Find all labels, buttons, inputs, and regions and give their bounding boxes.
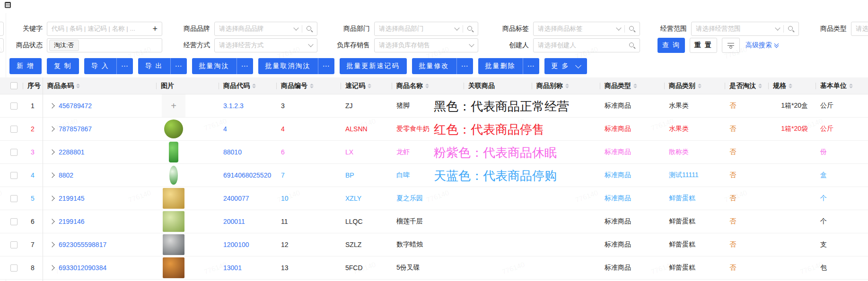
column-header-11[interactable]: 商品类别 — [664, 77, 725, 94]
column-header-7[interactable]: 商品名称 — [392, 77, 464, 94]
product-code-link[interactable]: 3.1.2.3 — [223, 102, 244, 110]
product-type-select[interactable]: 请选择商品类型 — [851, 22, 868, 36]
toolbar-button-4[interactable]: 批量淘汰⋯ — [192, 58, 253, 74]
product-photo-green-cake[interactable] — [162, 211, 185, 232]
more-dots-icon[interactable]: ⋯ — [523, 58, 539, 74]
product-photo-green-can-drink[interactable] — [162, 141, 185, 163]
plus-icon[interactable]: + — [152, 25, 158, 33]
status-input[interactable]: 淘汰:否 — [47, 38, 162, 52]
toolbar-button-6[interactable]: 批量更新速记码 — [340, 58, 407, 74]
barcode-link[interactable]: 2288801 — [59, 148, 85, 156]
search-icon[interactable] — [467, 26, 473, 32]
column-header-14[interactable]: 基本单位 — [815, 77, 868, 94]
product-code-link[interactable]: 2400077 — [223, 195, 249, 202]
product-photo-kiwi-fruit[interactable] — [162, 118, 185, 140]
barcode-link[interactable]: 456789472 — [59, 102, 92, 110]
column-header-10[interactable]: 商品类型 — [600, 77, 664, 94]
expand-chevron-icon[interactable] — [49, 149, 54, 154]
search-icon[interactable] — [629, 26, 635, 32]
row-checkbox[interactable] — [10, 241, 18, 248]
row-checkbox[interactable] — [10, 149, 18, 156]
more-dots-icon[interactable]: ⋯ — [318, 58, 334, 74]
row-checkbox[interactable] — [10, 172, 18, 179]
barcode-link[interactable]: 2199145 — [59, 195, 85, 202]
keyword-input[interactable]: 代码 | 条码 | 速记码 | 名称 | ... + — [47, 22, 162, 36]
sort-icon[interactable] — [368, 84, 371, 88]
toolbar-button-8[interactable]: 批量删除⋯ — [478, 58, 539, 74]
app-menu-icon[interactable] — [5, 2, 11, 8]
product-photo-green-bottle-beer[interactable] — [162, 164, 185, 186]
status-tag[interactable]: 淘汰:否 — [49, 40, 79, 51]
sort-icon[interactable] — [252, 84, 256, 88]
toolbar-button-9[interactable]: 更 多 — [544, 58, 587, 74]
product-code-link[interactable]: 6914068025520 — [223, 171, 271, 179]
search-icon[interactable] — [306, 26, 313, 32]
chevron-down-icon[interactable] — [775, 25, 780, 30]
column-header-8[interactable]: 关联商品 — [464, 77, 532, 94]
more-dots-icon[interactable]: ⋯ — [237, 58, 253, 74]
negative-stock-select[interactable]: 请选择负库存销售 — [374, 38, 478, 52]
expand-chevron-icon[interactable] — [49, 103, 54, 108]
toolbar-button-0[interactable]: 新 增 — [9, 58, 42, 74]
barcode-link[interactable]: 2199146 — [59, 218, 85, 225]
brand-select[interactable]: 请选择商品品牌 — [214, 22, 317, 36]
column-header-2[interactable]: 商品条码 — [43, 77, 156, 94]
sort-icon[interactable] — [310, 84, 314, 88]
sort-icon[interactable] — [849, 84, 853, 88]
column-header-5[interactable]: 商品编号 — [276, 77, 341, 94]
sort-icon[interactable] — [565, 84, 569, 88]
product-code-link[interactable]: 88010 — [223, 148, 242, 156]
select-all-checkbox[interactable] — [10, 82, 18, 89]
column-header-6[interactable]: 速记码 — [341, 77, 392, 94]
expand-chevron-icon[interactable] — [49, 242, 54, 247]
toolbar-button-2[interactable]: 导 入⋯ — [84, 58, 133, 74]
column-header-4[interactable]: 商品代码 — [219, 77, 276, 94]
product-photo-fork-dish-set[interactable] — [162, 257, 185, 279]
expand-chevron-icon[interactable] — [49, 172, 54, 178]
scope-select[interactable]: 请选择经营范围 — [691, 22, 799, 36]
method-select[interactable]: 请选择经营方式 — [214, 38, 317, 52]
department-select[interactable]: 请选择商品部门 — [374, 22, 478, 36]
more-dots-icon[interactable]: ⋯ — [171, 58, 187, 74]
toolbar-button-5[interactable]: 批量取消淘汰⋯ — [258, 58, 334, 74]
column-header-1[interactable]: 序号 — [23, 77, 43, 94]
sort-icon[interactable] — [425, 84, 429, 88]
product-code-link[interactable]: 4 — [223, 125, 227, 133]
search-icon[interactable] — [788, 26, 794, 32]
expand-chevron-icon[interactable] — [49, 196, 54, 201]
toolbar-button-7[interactable]: 批量修改⋯ — [412, 58, 473, 74]
column-header-9[interactable]: 商品别称 — [532, 77, 600, 94]
sort-icon[interactable] — [633, 84, 637, 88]
search-icon[interactable] — [629, 42, 635, 49]
column-header-12[interactable]: 是否淘汰 — [725, 77, 768, 94]
product-photo-digital-candle[interactable] — [162, 234, 185, 255]
product-code-link[interactable]: 200011 — [223, 218, 245, 225]
more-dots-icon[interactable]: ⋯ — [117, 58, 133, 74]
sort-icon[interactable] — [76, 84, 80, 88]
product-code-link[interactable]: 13001 — [223, 264, 242, 272]
sort-icon[interactable] — [758, 84, 762, 88]
sort-icon[interactable] — [789, 84, 792, 88]
expand-chevron-icon[interactable] — [49, 265, 54, 270]
tag-select[interactable]: 请选择商品标签 — [533, 22, 640, 36]
add-image-button[interactable]: + — [162, 94, 185, 117]
row-checkbox[interactable] — [10, 102, 18, 110]
row-checkbox[interactable] — [10, 195, 18, 202]
chevron-down-icon[interactable] — [469, 42, 474, 47]
expand-chevron-icon[interactable] — [49, 219, 54, 224]
toolbar-button-1[interactable]: 复 制 — [47, 58, 79, 74]
creator-input[interactable]: 请选择创建人 — [533, 38, 640, 52]
reset-button[interactable]: 重 置 — [690, 38, 717, 53]
sort-icon[interactable] — [698, 84, 701, 88]
row-checkbox[interactable] — [10, 126, 18, 133]
chevron-down-icon[interactable] — [616, 25, 621, 30]
product-photo-yellow-cake[interactable] — [162, 187, 185, 209]
chevron-down-icon[interactable] — [454, 25, 459, 30]
more-dots-icon[interactable]: ⋯ — [457, 58, 473, 74]
barcode-link[interactable]: 6923055598817 — [59, 241, 106, 248]
barcode-link[interactable]: 6933012090384 — [59, 264, 106, 272]
column-header-3[interactable]: 图片 — [156, 77, 219, 94]
toolbar-button-3[interactable]: 导 出⋯ — [138, 58, 187, 74]
advanced-search-link[interactable]: 高级搜索 — [745, 38, 778, 53]
row-checkbox[interactable] — [10, 218, 18, 225]
